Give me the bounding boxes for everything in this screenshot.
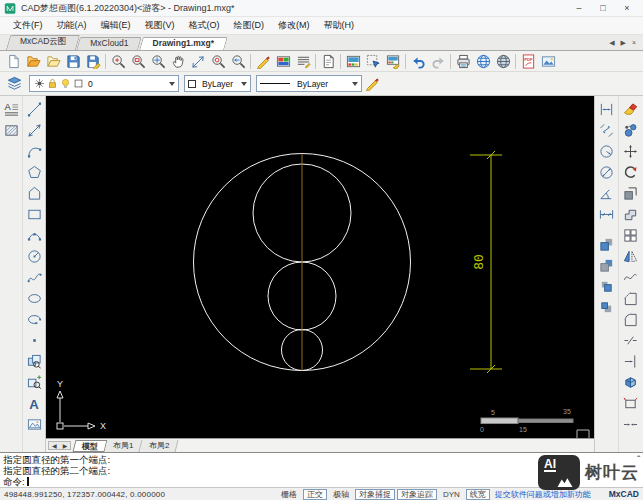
- fillet-icon[interactable]: [620, 309, 641, 330]
- line-icon[interactable]: [24, 99, 45, 120]
- tab-drawing1[interactable]: Drawing1.mxg*: [141, 37, 226, 50]
- zoom-scale-icon[interactable]: [188, 51, 208, 71]
- maximize-button[interactable]: □: [591, 3, 615, 13]
- export-pdf-icon[interactable]: PDF: [518, 51, 538, 71]
- menu-item-draw[interactable]: 绘图(D): [227, 19, 272, 32]
- save-icon[interactable]: [63, 51, 83, 71]
- undo-icon[interactable]: [408, 51, 428, 71]
- join-icon[interactable]: [620, 414, 641, 435]
- redo-icon[interactable]: [428, 51, 448, 71]
- status-toggle[interactable]: DYN: [439, 489, 464, 500]
- layer-bulb-icon[interactable]: [59, 77, 72, 90]
- menu-item-view[interactable]: 视图(V): [138, 19, 182, 32]
- spline-edit-icon[interactable]: [620, 267, 641, 288]
- print-icon[interactable]: [453, 51, 473, 71]
- status-toggle[interactable]: 正交: [303, 489, 327, 500]
- dim-aligned-icon[interactable]: [596, 120, 617, 141]
- layout-tab-layout2[interactable]: 布局2: [140, 440, 178, 452]
- tab-mxcad-cloud[interactable]: MxCAD云图: [8, 35, 78, 50]
- erase-icon[interactable]: [620, 99, 641, 120]
- arc-3point-icon[interactable]: [24, 225, 45, 246]
- layer-dropdown[interactable]: 0: [29, 75, 179, 92]
- feedback-link[interactable]: 提交软件问题或增加新功能: [495, 489, 591, 500]
- zoom-window-icon[interactable]: [128, 51, 148, 71]
- text-style-icon[interactable]: A: [1, 99, 22, 120]
- hatch-icon[interactable]: [1, 120, 22, 141]
- dimension-value[interactable]: 80: [471, 254, 486, 270]
- color-dropdown[interactable]: ByLayer: [184, 75, 251, 92]
- menu-item-format[interactable]: 格式(O): [182, 19, 227, 32]
- linetype-dropdown[interactable]: ByLayer: [256, 75, 362, 92]
- insert-block-icon[interactable]: [24, 351, 45, 372]
- dim-continue-icon[interactable]: [596, 204, 617, 225]
- layout-tab-model[interactable]: 模型: [73, 440, 108, 452]
- open-folder-icon[interactable]: [43, 51, 63, 71]
- extend-icon[interactable]: [620, 351, 641, 372]
- export-image-icon[interactable]: [538, 51, 558, 71]
- save-as-icon[interactable]: [83, 51, 103, 71]
- close-button[interactable]: ×: [615, 3, 639, 13]
- dim-linear-icon[interactable]: [596, 99, 617, 120]
- layout-scroll-right-icon[interactable]: ▶: [60, 442, 71, 449]
- array-icon[interactable]: [620, 225, 641, 246]
- layout-scroll-left-icon[interactable]: ◀: [49, 442, 60, 449]
- dim-angular-icon[interactable]: [596, 183, 617, 204]
- draw-pencil-icon[interactable]: [362, 74, 382, 94]
- minimize-button[interactable]: –: [567, 3, 591, 13]
- inscribed-polygon-icon[interactable]: [24, 183, 45, 204]
- chamfer-icon[interactable]: [620, 288, 641, 309]
- rectangle-icon[interactable]: [24, 204, 45, 225]
- menu-item-file[interactable]: 文件(F): [6, 19, 50, 32]
- zoom-previous-icon[interactable]: [228, 51, 248, 71]
- drawing-canvas[interactable]: 80YX535015: [46, 96, 594, 438]
- menu-item-function[interactable]: 功能(A): [50, 19, 94, 32]
- ellipse-icon[interactable]: [24, 288, 45, 309]
- open-cloud-icon[interactable]: [23, 51, 43, 71]
- order-above-icon[interactable]: [596, 276, 617, 297]
- layer-sun-icon[interactable]: [33, 77, 46, 90]
- tab-close-icon[interactable]: ×: [629, 39, 639, 46]
- layers-icon[interactable]: [4, 74, 24, 94]
- dim-radius-icon[interactable]: [596, 141, 617, 162]
- polyline-edit-icon[interactable]: [620, 204, 641, 225]
- tab-scroll-right-icon[interactable]: ▶: [618, 39, 629, 47]
- status-toggle[interactable]: 线宽: [466, 489, 490, 500]
- offset-icon[interactable]: [620, 183, 641, 204]
- pan-icon[interactable]: [168, 51, 188, 71]
- network-icon[interactable]: [493, 51, 513, 71]
- zoom-in-icon[interactable]: [108, 51, 128, 71]
- xline-icon[interactable]: [24, 120, 45, 141]
- arc-icon[interactable]: [24, 141, 45, 162]
- text-icon[interactable]: A: [24, 393, 45, 414]
- cad-drawing[interactable]: 80YX535015: [46, 96, 594, 438]
- match-prop-icon[interactable]: [383, 51, 403, 71]
- select-set-icon[interactable]: [363, 51, 383, 71]
- status-toggle[interactable]: 对象捕捉: [355, 489, 395, 500]
- move-icon[interactable]: [620, 141, 641, 162]
- break-icon[interactable]: [620, 330, 641, 351]
- point-icon[interactable]: [24, 330, 45, 351]
- layer-lock-icon[interactable]: [46, 77, 59, 90]
- menu-item-modify[interactable]: 修改(M): [271, 19, 317, 32]
- dim-diameter-icon[interactable]: [596, 162, 617, 183]
- text-content-icon[interactable]: [293, 51, 313, 71]
- boundary-icon[interactable]: [620, 393, 641, 414]
- palette-icon[interactable]: [343, 51, 363, 71]
- insert-raster-icon[interactable]: [273, 51, 293, 71]
- new-file-icon[interactable]: [3, 51, 23, 71]
- status-toggle[interactable]: 对象追踪: [397, 489, 437, 500]
- menu-item-help[interactable]: 帮助(H): [317, 19, 362, 32]
- box-3d-icon[interactable]: [620, 372, 641, 393]
- order-front-icon[interactable]: [596, 234, 617, 255]
- draw-color-icon[interactable]: [253, 51, 273, 71]
- ellipse-arc-icon[interactable]: [24, 309, 45, 330]
- menu-item-edit[interactable]: 编辑(E): [94, 19, 138, 32]
- zoom-extents-icon[interactable]: [148, 51, 168, 71]
- image-icon[interactable]: [24, 414, 45, 435]
- status-toggle[interactable]: 极轴: [329, 489, 353, 500]
- spline-icon[interactable]: [24, 267, 45, 288]
- mirror-icon[interactable]: [620, 246, 641, 267]
- circle-icon[interactable]: [24, 246, 45, 267]
- publish-web-icon[interactable]: [473, 51, 493, 71]
- page-setup-icon[interactable]: [318, 51, 338, 71]
